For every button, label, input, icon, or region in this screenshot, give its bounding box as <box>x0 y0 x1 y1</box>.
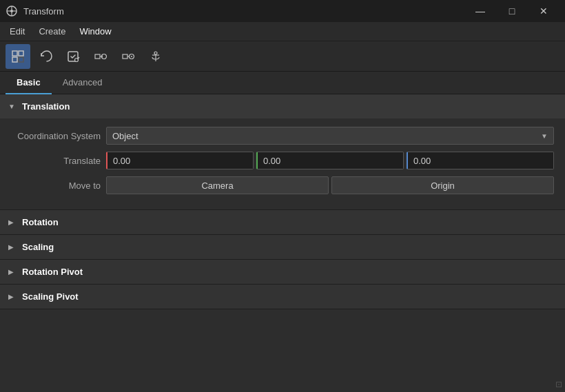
rotation-chevron <box>8 218 17 226</box>
target-button[interactable] <box>116 44 141 69</box>
svg-point-15 <box>131 56 132 57</box>
svg-rect-13 <box>123 54 127 59</box>
lasso-button[interactable] <box>61 44 85 69</box>
translation-body: Coordination System Object ▼ Translate <box>0 118 565 209</box>
target-icon <box>121 49 136 64</box>
move-icon <box>93 49 108 64</box>
move-to-label: Move to <box>11 180 101 191</box>
menu-window[interactable]: Window <box>72 23 118 39</box>
svg-rect-7 <box>19 57 23 62</box>
translation-header[interactable]: Translation <box>0 94 565 118</box>
scaling-pivot-title: Scaling Pivot <box>22 291 79 302</box>
scaling-chevron <box>8 243 17 251</box>
rotation-section: Rotation <box>0 210 565 235</box>
rotation-pivot-chevron <box>8 268 17 276</box>
rotation-title: Rotation <box>22 217 59 227</box>
coordination-system-row: Coordination System Object ▼ <box>11 127 554 145</box>
main-content: Translation Coordination System Object ▼… <box>0 94 565 392</box>
rotation-pivot-section: Rotation Pivot <box>0 260 565 285</box>
coordination-system-value: Object <box>112 131 138 141</box>
translation-section: Translation Coordination System Object ▼… <box>0 94 565 210</box>
scaling-pivot-header[interactable]: Scaling Pivot <box>0 285 565 309</box>
undo-button[interactable] <box>33 44 58 69</box>
translate-z-input[interactable] <box>407 152 554 169</box>
svg-rect-5 <box>19 51 23 56</box>
anchor-icon <box>148 49 163 64</box>
translate-x-input[interactable] <box>106 152 254 169</box>
tab-basic[interactable]: Basic <box>6 72 52 94</box>
move-button[interactable] <box>88 44 113 69</box>
scaling-title: Scaling <box>22 242 54 252</box>
menu-bar: Edit Create Window <box>0 22 565 41</box>
origin-button[interactable]: Origin <box>331 176 554 194</box>
svg-rect-10 <box>95 54 100 59</box>
coordination-system-dropdown[interactable]: Object ▼ <box>106 127 554 145</box>
camera-button[interactable]: Camera <box>106 176 329 194</box>
svg-rect-4 <box>12 51 17 56</box>
app-icon <box>6 5 18 17</box>
scaling-header[interactable]: Scaling <box>0 235 565 259</box>
close-button[interactable]: ✕ <box>528 0 559 22</box>
scaling-pivot-chevron <box>8 293 17 300</box>
window-controls: — □ ✕ <box>464 0 559 22</box>
rotation-pivot-title: Rotation Pivot <box>22 267 83 277</box>
maximize-button[interactable]: □ <box>496 0 528 22</box>
dropdown-arrow-icon: ▼ <box>541 132 548 140</box>
anchor-button[interactable] <box>143 44 168 69</box>
translate-controls <box>106 152 554 169</box>
title-bar-left: Transform <box>6 5 64 17</box>
toolbar <box>0 41 565 72</box>
translate-row: Translate <box>11 152 554 169</box>
svg-rect-6 <box>12 57 17 62</box>
select-icon <box>10 49 25 64</box>
window-title: Transform <box>23 6 64 17</box>
lasso-icon <box>65 49 81 64</box>
menu-edit[interactable]: Edit <box>3 23 32 39</box>
select-tool-button[interactable] <box>6 44 30 69</box>
coordination-system-control: Object ▼ <box>106 127 554 145</box>
undo-icon <box>38 49 53 64</box>
resize-corner: ⊡ <box>555 380 562 389</box>
move-to-row: Move to Camera Origin <box>11 176 554 194</box>
coordination-system-label: Coordination System <box>11 131 101 141</box>
svg-point-3 <box>10 10 13 12</box>
menu-create[interactable]: Create <box>32 23 72 39</box>
translation-title: Translation <box>22 101 70 112</box>
minimize-button[interactable]: — <box>464 0 496 22</box>
move-to-controls: Camera Origin <box>106 176 554 194</box>
tab-advanced[interactable]: Advanced <box>52 72 114 94</box>
title-bar: Transform — □ ✕ <box>0 0 565 22</box>
translate-y-input[interactable] <box>256 152 404 169</box>
svg-point-17 <box>154 52 157 54</box>
scaling-section: Scaling <box>0 235 565 260</box>
translation-chevron <box>8 103 17 110</box>
rotation-header[interactable]: Rotation <box>0 210 565 234</box>
scaling-pivot-section: Scaling Pivot <box>0 285 565 309</box>
translate-label: Translate <box>11 156 101 166</box>
tabs-bar: Basic Advanced <box>0 72 565 94</box>
rotation-pivot-header[interactable]: Rotation Pivot <box>0 260 565 284</box>
